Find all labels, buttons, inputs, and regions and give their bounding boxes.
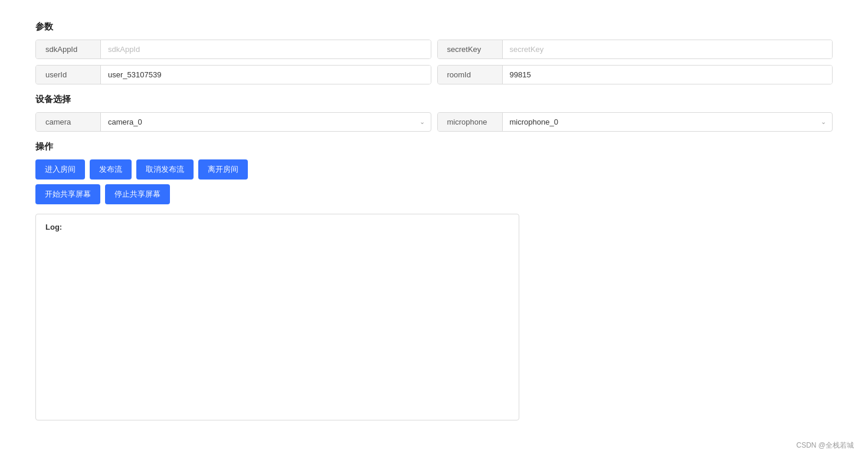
device-section: 设备选择 camera camera_0 camera_1 ⌄ micropho… <box>35 94 833 132</box>
microphone-select[interactable]: microphone_0 microphone_1 <box>503 113 833 131</box>
params-title: 参数 <box>35 21 833 32</box>
stop-screen-share-button[interactable]: 停止共享屏幕 <box>105 184 170 204</box>
camera-select-wrapper: camera_0 camera_1 ⌄ <box>101 113 431 131</box>
sdkAppId-label: sdkAppId <box>36 40 101 58</box>
roomId-row: roomId <box>437 65 833 84</box>
roomId-input[interactable] <box>503 66 833 84</box>
params-section: 参数 sdkAppId secretKey userId roomId <box>35 21 833 84</box>
operations-title: 操作 <box>35 141 833 152</box>
log-section: Log: <box>35 214 833 420</box>
operations-section: 操作 进入房间 发布流 取消发布流 离开房间 开始共享屏幕 停止共享屏幕 <box>35 141 833 204</box>
secretKey-row: secretKey <box>437 40 833 59</box>
sdkAppId-input[interactable] <box>101 40 431 58</box>
sdkAppId-row: sdkAppId <box>35 40 431 59</box>
camera-row: camera camera_0 camera_1 ⌄ <box>35 112 431 132</box>
device-grid: camera camera_0 camera_1 ⌄ microphone mi… <box>35 112 833 132</box>
roomId-label: roomId <box>438 66 503 84</box>
secretKey-input[interactable] <box>503 40 833 58</box>
microphone-row: microphone microphone_0 microphone_1 ⌄ <box>437 112 833 132</box>
footer-brand: CSDN @全栈若城 <box>796 441 854 451</box>
microphone-label: microphone <box>438 113 503 131</box>
camera-select[interactable]: camera_0 camera_1 <box>101 113 431 131</box>
userId-input[interactable] <box>101 66 431 84</box>
enter-room-button[interactable]: 进入房间 <box>35 159 85 180</box>
params-grid: sdkAppId secretKey userId roomId <box>35 40 833 84</box>
secretKey-label: secretKey <box>438 40 503 58</box>
log-box: Log: <box>35 214 519 420</box>
camera-label: camera <box>36 113 101 131</box>
microphone-select-wrapper: microphone_0 microphone_1 ⌄ <box>503 113 833 131</box>
userId-row: userId <box>35 65 431 84</box>
btn-row-1: 进入房间 发布流 取消发布流 离开房间 <box>35 159 833 180</box>
start-screen-share-button[interactable]: 开始共享屏幕 <box>35 184 100 204</box>
userId-label: userId <box>36 66 101 84</box>
leave-room-button[interactable]: 离开房间 <box>198 159 248 180</box>
log-label: Log: <box>45 223 509 231</box>
publish-stream-button[interactable]: 发布流 <box>90 159 132 180</box>
btn-row-2: 开始共享屏幕 停止共享屏幕 <box>35 184 833 204</box>
device-title: 设备选择 <box>35 94 833 105</box>
cancel-publish-button[interactable]: 取消发布流 <box>136 159 194 180</box>
